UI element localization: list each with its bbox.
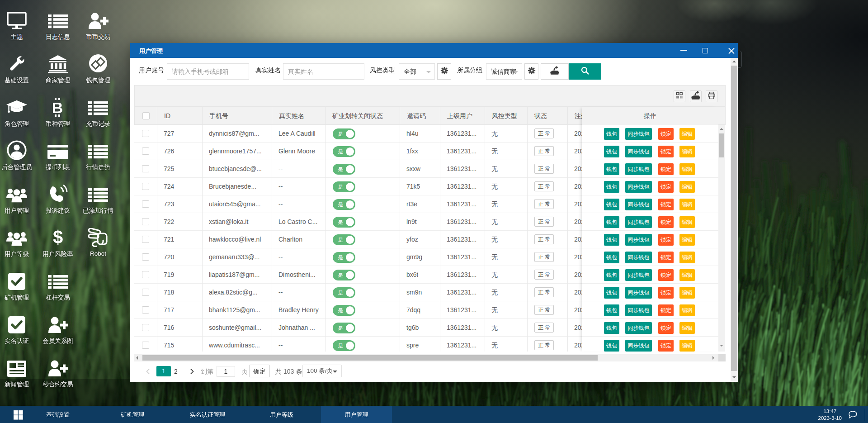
svg-text:$: $ bbox=[53, 227, 63, 247]
svg-text:B: B bbox=[52, 99, 63, 116]
